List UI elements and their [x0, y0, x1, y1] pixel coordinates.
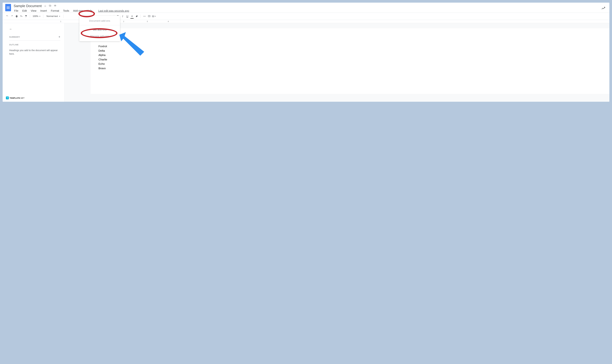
move-icon[interactable] [49, 4, 52, 7]
outline-label: OUTLINE [9, 43, 60, 46]
docs-icon[interactable] [5, 4, 11, 11]
doc-line[interactable]: Echo [98, 62, 601, 66]
outline-panel: ← SUMMARY + OUTLINE Headings you add to … [3, 23, 64, 102]
print-button[interactable] [15, 14, 19, 18]
menu-insert[interactable]: Insert [40, 9, 47, 13]
dropdown-manage-addons[interactable]: Manage add-ons [79, 33, 120, 39]
watermark-suffix: .NET [20, 97, 25, 99]
watermark-text: TEMPLATE.NET [10, 97, 25, 99]
document-page[interactable]: Foxtrot Delta Alpha Charlie Echo Bravo [91, 28, 609, 94]
doc-title[interactable]: Sample Document [14, 4, 42, 8]
add-summary-button[interactable]: + [58, 35, 60, 39]
dropdown-get-addons[interactable]: Get add-ons [79, 26, 120, 33]
doc-line[interactable]: Alpha [98, 53, 601, 57]
activity-icon[interactable] [601, 7, 605, 11]
menu-view[interactable]: View [30, 9, 37, 13]
doc-line[interactable]: Bravo [98, 66, 601, 71]
comment-button[interactable] [147, 14, 151, 18]
divider [9, 40, 60, 41]
separator [141, 14, 141, 18]
title-row: Sample Document ☆ [14, 4, 607, 8]
summary-label: SUMMARY [9, 36, 20, 38]
document-text[interactable]: Foxtrot Delta Alpha Charlie Echo Bravo [98, 44, 601, 71]
watermark-brand: TEMPLATE [10, 97, 20, 99]
doc-line[interactable]: Delta [98, 49, 601, 53]
highlight-button[interactable] [135, 14, 139, 18]
menu-addons[interactable]: Add-ons [73, 9, 83, 13]
watermark-icon: T [6, 96, 9, 99]
last-edit-link[interactable]: Last edit was seconds ago [98, 9, 129, 12]
ruler-mark: 4 [168, 21, 169, 22]
chevron-down-icon: ▼ [155, 15, 156, 17]
chevron-down-icon: ▼ [39, 15, 40, 17]
doc-line[interactable]: Charlie [98, 57, 601, 62]
italic-button[interactable]: I [121, 14, 125, 18]
style-select[interactable]: Normal text ▼ [45, 15, 62, 18]
menubar: File Edit View Insert Format Tools Add-o… [14, 9, 607, 13]
zoom-select[interactable]: 100% ▼ [32, 15, 41, 18]
menu-edit[interactable]: Edit [22, 9, 27, 13]
summary-row: SUMMARY + [9, 35, 60, 39]
watermark: T TEMPLATE.NET [6, 96, 25, 99]
link-button[interactable] [143, 14, 146, 18]
star-icon[interactable]: ☆ [44, 4, 46, 8]
underline-button[interactable]: U [125, 14, 129, 18]
app-window: Sample Document ☆ File Edit View Insert … [3, 3, 609, 102]
style-value: Normal text [46, 15, 58, 18]
ruler-mark: 3 [147, 21, 148, 22]
header: Sample Document ☆ File Edit View Insert … [3, 3, 609, 13]
ruler-mark: 1 [60, 21, 61, 22]
spellcheck-button[interactable] [19, 14, 23, 18]
menu-format[interactable]: Format [50, 9, 60, 13]
document-area: Foxtrot Delta Alpha Charlie Echo Bravo [64, 23, 609, 102]
text-color-button[interactable]: A [130, 14, 134, 18]
cloud-icon[interactable] [54, 4, 57, 7]
image-button[interactable]: ▼ [152, 14, 156, 18]
redo-button[interactable] [10, 14, 14, 18]
undo-button[interactable] [5, 14, 9, 18]
addons-dropdown: Document add-ons Get add-ons Manage add-… [79, 16, 120, 41]
menu-tools[interactable]: Tools [63, 9, 70, 13]
title-area: Sample Document ☆ File Edit View Insert … [14, 4, 607, 13]
menu-file[interactable]: File [14, 9, 19, 13]
outline-hint: Headings you add to the document will ap… [9, 49, 60, 56]
back-arrow-icon[interactable]: ← [9, 27, 60, 31]
paint-format-button[interactable] [24, 14, 28, 18]
menu-help[interactable]: Help [86, 9, 93, 13]
zoom-value: 100% [33, 15, 38, 18]
chevron-down-icon: ▼ [59, 15, 60, 17]
doc-line[interactable]: Foxtrot [98, 44, 601, 49]
dropdown-doc-addons[interactable]: Document add-ons [79, 18, 120, 24]
ruler-mark: 2 [123, 21, 124, 22]
